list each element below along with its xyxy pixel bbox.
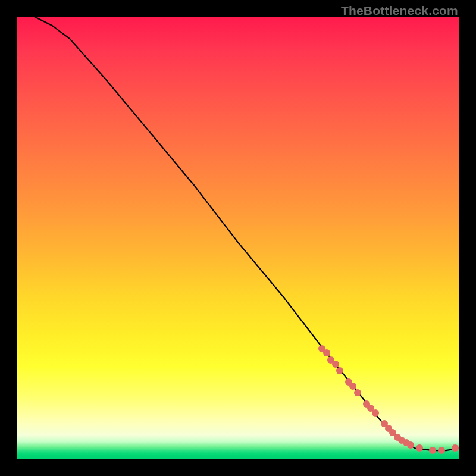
chart-frame: TheBottleneck.com (0, 0, 476, 476)
highlight-point (452, 444, 459, 452)
curve-layer (17, 17, 459, 459)
highlight-point (372, 409, 379, 416)
watermark-text: TheBottleneck.com (341, 4, 458, 18)
highlight-point (332, 361, 339, 368)
bottleneck-curve (35, 17, 459, 450)
